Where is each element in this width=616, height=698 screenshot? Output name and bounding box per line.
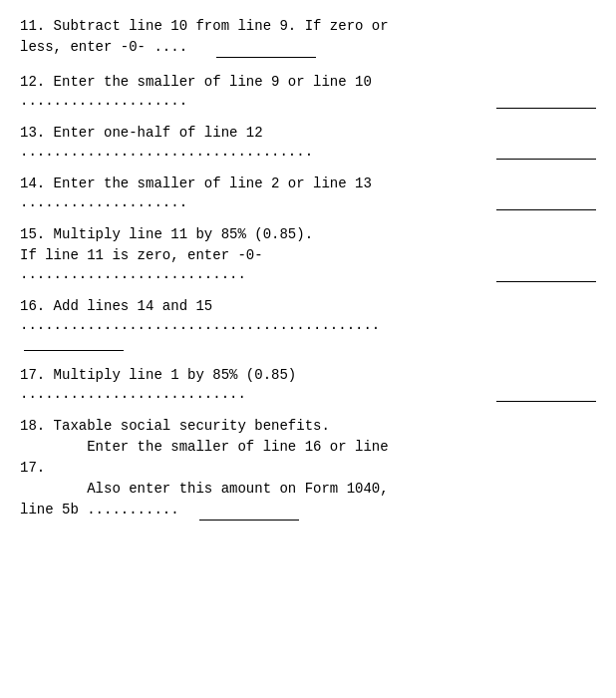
line-16-dots-row: ........................................… [20, 317, 596, 333]
form-content: 11. Subtract line 10 from line 9. If zer… [20, 16, 596, 521]
line-17-text: 17. Multiply line 1 by 85% (0.85) [20, 365, 596, 386]
line-15-input[interactable] [496, 266, 596, 282]
line-16-text: 16. Add lines 14 and 15 [20, 296, 596, 317]
line-12-dots-row: .................... [20, 93, 596, 109]
line-18-input[interactable] [199, 505, 299, 521]
line-14: 14. Enter the smaller of line 2 or line … [20, 174, 596, 210]
line-12: 12. Enter the smaller of line 9 or line … [20, 72, 596, 109]
line-17-dots: ........................... [20, 386, 492, 402]
line-16-dots: ........................................… [20, 317, 596, 333]
line-14-dots-row: .................... [20, 194, 596, 210]
line-12-dots: .................... [20, 93, 492, 109]
line-12-text: 12. Enter the smaller of line 9 or line … [20, 72, 596, 93]
line-16-input[interactable] [24, 335, 124, 351]
line-15-dots-row: ........................... [20, 266, 596, 282]
line-17: 17. Multiply line 1 by 85% (0.85) ......… [20, 365, 596, 402]
line-18: 18. Taxable social security benefits. En… [20, 416, 596, 521]
line-15: 15. Multiply line 11 by 85% (0.85). If l… [20, 224, 596, 282]
line-11-second: less, enter -0- .... [20, 39, 316, 55]
line-15-text: 15. Multiply line 11 by 85% (0.85). If l… [20, 224, 596, 266]
line-13-dots-row: ................................... [20, 144, 596, 160]
line-11-input[interactable] [216, 42, 316, 58]
line-14-input[interactable] [496, 194, 596, 210]
line-13-dots: ................................... [20, 144, 492, 160]
line-12-input[interactable] [496, 93, 596, 109]
line-14-dots: .................... [20, 194, 492, 210]
line-14-text: 14. Enter the smaller of line 2 or line … [20, 174, 596, 194]
line-13-input[interactable] [496, 144, 596, 160]
line-16: 16. Add lines 14 and 15 ................… [20, 296, 596, 351]
line-17-input[interactable] [496, 386, 596, 402]
line-11-text: 11. Subtract line 10 from line 9. If zer… [20, 16, 596, 58]
line-18-text: 18. Taxable social security benefits. En… [20, 416, 596, 521]
line-13-text: 13. Enter one-half of line 12 [20, 123, 596, 144]
line-15-dots: ........................... [20, 266, 492, 282]
line-17-dots-row: ........................... [20, 386, 596, 402]
line-13: 13. Enter one-half of line 12 ..........… [20, 123, 596, 160]
line-11: 11. Subtract line 10 from line 9. If zer… [20, 16, 596, 58]
